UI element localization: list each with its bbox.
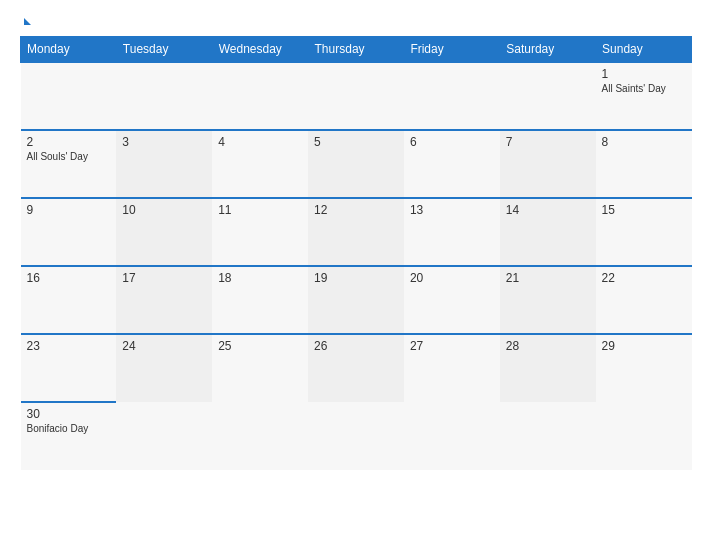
calendar-cell: 10 (116, 198, 212, 266)
week-row-6: 30Bonifacio Day (21, 402, 692, 470)
calendar-cell: 9 (21, 198, 117, 266)
calendar-cell: 3 (116, 130, 212, 198)
weekday-header-row: MondayTuesdayWednesdayThursdayFridaySatu… (21, 37, 692, 63)
day-number: 8 (602, 135, 686, 149)
weekday-header-friday: Friday (404, 37, 500, 63)
week-row-5: 23242526272829 (21, 334, 692, 402)
day-number: 4 (218, 135, 302, 149)
day-number: 1 (602, 67, 686, 81)
calendar-cell: 16 (21, 266, 117, 334)
calendar-cell: 7 (500, 130, 596, 198)
day-number: 27 (410, 339, 494, 353)
logo-triangle-icon (24, 18, 31, 25)
day-number: 13 (410, 203, 494, 217)
day-number: 21 (506, 271, 590, 285)
calendar-cell (212, 62, 308, 130)
day-number: 12 (314, 203, 398, 217)
weekday-header-sunday: Sunday (596, 37, 692, 63)
day-number: 23 (27, 339, 111, 353)
calendar-cell (212, 402, 308, 470)
week-row-4: 16171819202122 (21, 266, 692, 334)
weekday-header-monday: Monday (21, 37, 117, 63)
calendar-cell (21, 62, 117, 130)
calendar-cell (404, 62, 500, 130)
day-number: 6 (410, 135, 494, 149)
day-number: 5 (314, 135, 398, 149)
calendar-cell: 5 (308, 130, 404, 198)
calendar-cell: 17 (116, 266, 212, 334)
calendar-cell (500, 62, 596, 130)
weekday-header-saturday: Saturday (500, 37, 596, 63)
calendar-cell: 12 (308, 198, 404, 266)
calendar-cell: 22 (596, 266, 692, 334)
day-number: 7 (506, 135, 590, 149)
calendar-container: MondayTuesdayWednesdayThursdayFridaySatu… (0, 0, 712, 550)
holiday-name: Bonifacio Day (27, 423, 111, 434)
weekday-header-wednesday: Wednesday (212, 37, 308, 63)
day-number: 24 (122, 339, 206, 353)
day-number: 15 (602, 203, 686, 217)
calendar-cell (116, 62, 212, 130)
calendar-cell: 26 (308, 334, 404, 402)
calendar-table: MondayTuesdayWednesdayThursdayFridaySatu… (20, 36, 692, 470)
calendar-cell: 24 (116, 334, 212, 402)
calendar-cell (308, 402, 404, 470)
calendar-cell (308, 62, 404, 130)
calendar-cell: 2All Souls' Day (21, 130, 117, 198)
calendar-cell: 14 (500, 198, 596, 266)
calendar-cell (116, 402, 212, 470)
logo-blue-row (20, 18, 31, 26)
day-number: 10 (122, 203, 206, 217)
calendar-cell: 21 (500, 266, 596, 334)
day-number: 28 (506, 339, 590, 353)
day-number: 14 (506, 203, 590, 217)
calendar-cell: 19 (308, 266, 404, 334)
day-number: 25 (218, 339, 302, 353)
calendar-cell: 23 (21, 334, 117, 402)
calendar-cell: 6 (404, 130, 500, 198)
day-number: 3 (122, 135, 206, 149)
calendar-cell: 27 (404, 334, 500, 402)
day-number: 26 (314, 339, 398, 353)
calendar-header (20, 18, 692, 26)
week-row-2: 2All Souls' Day345678 (21, 130, 692, 198)
holiday-name: All Saints' Day (602, 83, 686, 94)
calendar-cell (596, 402, 692, 470)
calendar-cell: 20 (404, 266, 500, 334)
week-row-1: 1All Saints' Day (21, 62, 692, 130)
day-number: 29 (602, 339, 686, 353)
calendar-cell: 25 (212, 334, 308, 402)
holiday-name: All Souls' Day (27, 151, 111, 162)
calendar-cell: 15 (596, 198, 692, 266)
calendar-cell: 1All Saints' Day (596, 62, 692, 130)
day-number: 16 (27, 271, 111, 285)
day-number: 18 (218, 271, 302, 285)
weekday-header-thursday: Thursday (308, 37, 404, 63)
logo (20, 18, 31, 26)
weekday-header-tuesday: Tuesday (116, 37, 212, 63)
calendar-cell: 18 (212, 266, 308, 334)
calendar-cell: 13 (404, 198, 500, 266)
day-number: 30 (27, 407, 111, 421)
day-number: 17 (122, 271, 206, 285)
calendar-cell: 4 (212, 130, 308, 198)
calendar-cell: 8 (596, 130, 692, 198)
day-number: 2 (27, 135, 111, 149)
day-number: 9 (27, 203, 111, 217)
calendar-cell (404, 402, 500, 470)
calendar-cell: 29 (596, 334, 692, 402)
day-number: 11 (218, 203, 302, 217)
calendar-cell (500, 402, 596, 470)
day-number: 22 (602, 271, 686, 285)
calendar-cell: 11 (212, 198, 308, 266)
week-row-3: 9101112131415 (21, 198, 692, 266)
day-number: 20 (410, 271, 494, 285)
calendar-cell: 30Bonifacio Day (21, 402, 117, 470)
calendar-cell: 28 (500, 334, 596, 402)
day-number: 19 (314, 271, 398, 285)
